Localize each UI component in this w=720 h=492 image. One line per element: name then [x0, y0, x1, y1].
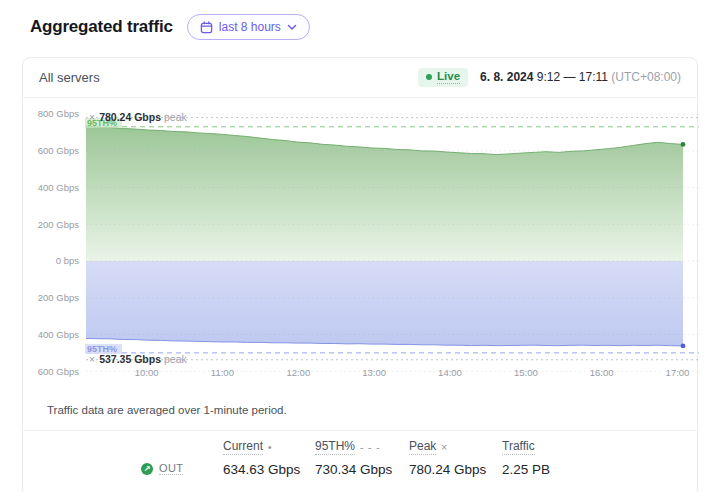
- x-tick-label: 14:00: [438, 367, 462, 378]
- page-header: Aggregated traffic last 8 hours: [0, 0, 720, 40]
- stat-peak-value: 780.24 Gbps: [409, 462, 486, 477]
- dashed-line-marker-icon: - - -: [360, 442, 381, 453]
- stat-current-label: Current: [223, 439, 263, 455]
- y-tick-label: 0 bps: [56, 255, 79, 266]
- peak-x-marker-icon: ×: [441, 442, 448, 453]
- y-tick-label: 200 Gbps: [38, 219, 79, 230]
- stat-95th-label: 95TH%: [315, 439, 355, 455]
- x-tick-label: 17:00: [666, 367, 690, 378]
- current-marker-icon: •: [268, 442, 273, 453]
- date-range-date: 6. 8. 2024: [480, 70, 533, 84]
- out-peak-annotation: ×780.24 Gbpspeak: [89, 111, 188, 123]
- y-tick-label: 200 Gbps: [38, 292, 79, 303]
- stats-row: ↗ OUT Current • 634.63 Gbps 95TH% - - - …: [23, 431, 697, 491]
- x-tick-label: 16:00: [590, 367, 614, 378]
- server-scope-label: All servers: [39, 70, 100, 85]
- stat-95th-value: 730.34 Gbps: [315, 462, 392, 477]
- stat-current-value: 634.63 Gbps: [223, 462, 300, 477]
- stat-current-header[interactable]: Current •: [223, 439, 300, 455]
- x-tick-label: 12:00: [286, 367, 310, 378]
- stat-traffic-label: Traffic: [502, 439, 535, 455]
- y-tick-label: 400 Gbps: [38, 182, 79, 193]
- date-range-times: 9:12 — 17:11: [537, 70, 608, 84]
- out-row-label: OUT: [159, 462, 183, 475]
- y-tick-label: 400 Gbps: [38, 329, 79, 340]
- out-arrow-icon: ↗: [141, 463, 153, 475]
- x-tick-label: 11:00: [211, 367, 234, 378]
- y-tick-label: 600 Gbps: [38, 366, 79, 377]
- stat-95th: 95TH% - - - 730.34 Gbps: [315, 439, 392, 477]
- stat-peak: Peak × 780.24 Gbps: [409, 439, 486, 477]
- x-tick-label: 15:00: [514, 367, 538, 378]
- svg-text:×537.35 Gbpspeak: ×537.35 Gbpspeak: [89, 353, 188, 365]
- out-current-dot: [681, 142, 686, 147]
- stats-series-out[interactable]: ↗ OUT: [141, 462, 183, 475]
- date-range: 6. 8. 2024 9:12 — 17:11 (UTC+08:00): [480, 70, 681, 84]
- in-current-dot: [681, 343, 686, 348]
- page-title: Aggregated traffic: [30, 17, 173, 37]
- stat-peak-label: Peak: [409, 439, 436, 455]
- live-badge-label: Live: [437, 70, 460, 85]
- in-peak-annotation: ×537.35 Gbpspeak: [89, 353, 188, 365]
- out-area: [86, 126, 683, 261]
- card-header: All servers Live 6. 8. 2024 9:12 — 17:11…: [23, 58, 697, 98]
- in-area: [86, 261, 683, 346]
- chevron-down-icon: [287, 24, 297, 31]
- stat-current: Current • 634.63 Gbps: [223, 439, 300, 477]
- time-range-dropdown[interactable]: last 8 hours: [187, 14, 310, 40]
- live-dot-icon: [426, 74, 432, 80]
- y-tick-label: 600 Gbps: [38, 145, 79, 156]
- svg-text:×780.24 Gbpspeak: ×780.24 Gbpspeak: [89, 111, 188, 123]
- stat-95th-header[interactable]: 95TH% - - -: [315, 439, 392, 455]
- y-tick-label: 800 Gbps: [38, 108, 79, 119]
- date-range-timezone: (UTC+08:00): [611, 70, 681, 84]
- traffic-card: All servers Live 6. 8. 2024 9:12 — 17:11…: [22, 57, 698, 492]
- x-tick-label: 13:00: [362, 367, 386, 378]
- stat-peak-header[interactable]: Peak ×: [409, 439, 486, 455]
- stat-traffic: Traffic 2.25 PB: [502, 439, 550, 477]
- time-range-label: last 8 hours: [219, 20, 281, 34]
- stat-traffic-value: 2.25 PB: [502, 462, 550, 477]
- chart-footnote: Traffic data are averaged over 1-minute …: [23, 392, 697, 430]
- live-badge[interactable]: Live: [418, 68, 468, 88]
- stat-traffic-header[interactable]: Traffic: [502, 439, 550, 455]
- calendar-icon: [200, 21, 213, 34]
- traffic-chart[interactable]: 800 Gbps600 Gbps400 Gbps200 Gbps0 bps200…: [23, 100, 699, 392]
- x-tick-label: 10:00: [135, 367, 159, 378]
